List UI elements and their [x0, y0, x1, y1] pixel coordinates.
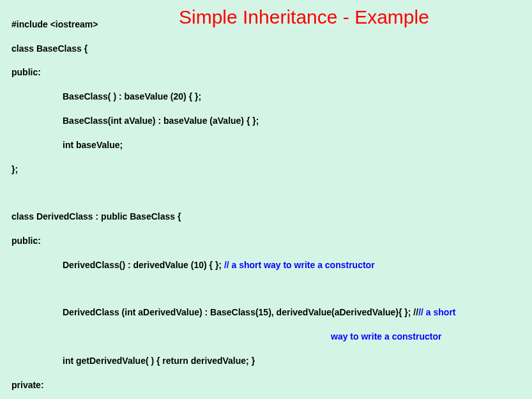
- code-example: #include <iostream> class BaseClass { pu…: [11, 6, 521, 399]
- code-line: DerivedClass() : derivedValue (10) { }; …: [11, 259, 521, 271]
- code-text: DerivedClass (int aDerivedValue) : BaseC…: [63, 307, 418, 317]
- blank-line: [11, 187, 521, 199]
- code-line: BaseClass(int aValue) : baseValue (aValu…: [11, 115, 521, 127]
- code-line: DerivedClass (int aDerivedValue) : BaseC…: [11, 306, 521, 319]
- code-line: int getDerivedValue( ) { return derivedV…: [11, 355, 521, 367]
- code-line: class BaseClass {: [11, 43, 521, 55]
- code-line: };: [11, 163, 521, 176]
- code-line: int baseValue;: [11, 139, 521, 151]
- code-comment: way to write a constructor: [331, 331, 441, 342]
- code-line: public:: [11, 235, 521, 247]
- blank-line: [11, 283, 521, 295]
- code-comment: // a short: [418, 307, 455, 317]
- code-text: DerivedClass() : derivedValue (10) { };: [63, 260, 224, 270]
- code-line: way to write a constructor: [11, 331, 521, 343]
- code-line: BaseClass( ) : baseValue (20) { };: [11, 91, 521, 103]
- code-comment: // a short way to write a constructor: [224, 260, 375, 270]
- code-line: public:: [11, 66, 521, 79]
- code-line: class DerivedClass : public BaseClass {: [11, 211, 521, 223]
- code-line: private:: [11, 379, 521, 391]
- code-line: #include <iostream>: [11, 19, 521, 31]
